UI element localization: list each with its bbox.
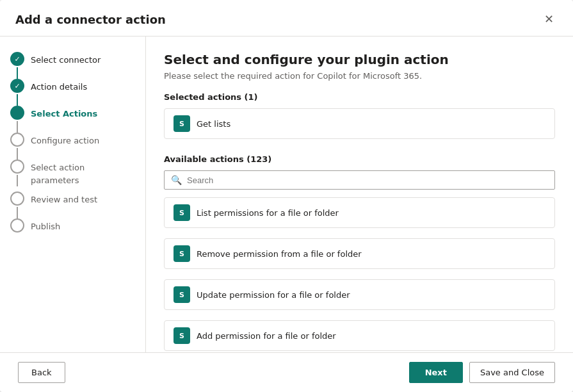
step-indicator-configure-action: [10, 133, 24, 159]
step-circle-review-and-test: [10, 192, 24, 206]
modal-body: ✓Select connector✓Action detailsSelect A…: [0, 37, 573, 352]
selected-actions-list: SGet lists: [164, 108, 555, 139]
selected-action-item[interactable]: SGet lists: [164, 108, 555, 139]
step-text-select-action-parameters: Select action parameters: [31, 161, 85, 185]
step-line-select-actions: [17, 121, 18, 133]
step-indicator-select-connector: ✓: [10, 52, 24, 79]
sidebar-step-select-action-parameters: Select action parameters: [0, 159, 145, 192]
checkmark-icon: ✓: [14, 55, 20, 63]
sidebar-step-select-actions[interactable]: Select Actions: [0, 106, 145, 133]
modal-title: Add a connector action: [15, 13, 166, 26]
back-button[interactable]: Back: [18, 362, 65, 383]
close-icon: ✕: [544, 12, 554, 26]
step-line-review-and-test: [17, 207, 18, 218]
step-text-configure-action: Configure action: [31, 135, 99, 145]
step-label-review-and-test: Review and test: [31, 192, 97, 218]
sidebar-step-publish: Publish: [0, 218, 145, 238]
action-name: Remove permission from a file or folder: [197, 249, 362, 259]
step-text-select-actions: Select Actions: [31, 108, 97, 118]
step-text-publish: Publish: [31, 220, 60, 231]
step-line-action-details: [17, 94, 18, 106]
sidebar-step-review-and-test: Review and test: [0, 192, 145, 218]
step-circle-select-action-parameters: [10, 159, 24, 174]
footer-right: Next Save and Close: [409, 362, 555, 383]
step-line-select-connector: [17, 67, 18, 79]
available-actions-list: SList permissions for a file or folderSR…: [164, 197, 555, 352]
action-name: List permissions for a file or folder: [197, 208, 339, 218]
step-indicator-action-details: ✓: [10, 79, 24, 106]
action-icon: S: [174, 204, 190, 221]
search-box: 🔍: [164, 170, 555, 190]
step-text-select-connector: Select connector: [31, 54, 101, 65]
sidebar-step-select-connector[interactable]: ✓Select connector: [0, 52, 145, 79]
step-label-select-action-parameters: Select action parameters: [31, 159, 135, 192]
action-icon: S: [174, 327, 190, 344]
step-indicator-publish: [10, 218, 24, 238]
close-button[interactable]: ✕: [540, 10, 558, 28]
step-indicator-review-and-test: [10, 192, 24, 218]
sidebar-step-configure-action: Configure action: [0, 133, 145, 159]
search-input[interactable]: [187, 176, 548, 185]
available-action-item[interactable]: SRemove permission from a file or folder: [164, 238, 555, 269]
search-icon: 🔍: [171, 175, 182, 185]
available-actions-label: Available actions (123): [164, 154, 555, 164]
action-name: Get lists: [197, 119, 230, 129]
step-text-action-details: Action details: [31, 81, 87, 92]
action-name: Add permission for a file or folder: [197, 331, 336, 341]
step-circle-action-details: ✓: [10, 79, 24, 93]
content-subtitle: Please select the required action for Co…: [164, 71, 555, 81]
main-content: Select and configure your plugin action …: [146, 37, 573, 352]
checkmark-icon: ✓: [14, 82, 20, 90]
modal-footer: Back Next Save and Close: [0, 352, 573, 392]
step-label-publish: Publish: [31, 218, 60, 238]
action-icon: S: [174, 245, 190, 262]
step-text-review-and-test: Review and test: [31, 193, 97, 204]
action-name: Update permission for a file or folder: [197, 290, 350, 300]
modal: Add a connector action ✕ ✓Select connect…: [0, 0, 573, 392]
available-action-item[interactable]: SList permissions for a file or folder: [164, 197, 555, 228]
step-indicator-select-actions: [10, 106, 24, 133]
sidebar-step-action-details[interactable]: ✓Action details: [0, 79, 145, 106]
sidebar: ✓Select connector✓Action detailsSelect A…: [0, 37, 146, 352]
step-label-action-details: Action details: [31, 79, 87, 106]
action-icon: S: [174, 115, 190, 132]
selected-actions-section: Selected actions (1) SGet lists: [164, 92, 555, 144]
selected-actions-label: Selected actions (1): [164, 92, 555, 102]
step-label-select-connector: Select connector: [31, 52, 101, 79]
modal-header: Add a connector action ✕: [0, 0, 573, 37]
step-circle-select-actions: [10, 106, 24, 120]
step-circle-configure-action: [10, 133, 24, 147]
available-action-item[interactable]: SUpdate permission for a file or folder: [164, 279, 555, 310]
save-close-button[interactable]: Save and Close: [469, 362, 555, 383]
step-label-configure-action: Configure action: [31, 133, 99, 159]
step-label-select-actions: Select Actions: [31, 106, 97, 133]
next-button[interactable]: Next: [409, 362, 463, 383]
available-actions-section: Available actions (123) 🔍 SList permissi…: [164, 154, 555, 352]
available-action-item[interactable]: SAdd permission for a file or folder: [164, 320, 555, 351]
content-title: Select and configure your plugin action: [164, 52, 555, 67]
step-line-configure-action: [17, 148, 18, 159]
step-indicator-select-action-parameters: [10, 159, 24, 192]
step-circle-publish: [10, 218, 24, 233]
step-line-select-action-parameters: [17, 175, 18, 186]
action-icon: S: [174, 286, 190, 303]
step-circle-select-connector: ✓: [10, 52, 24, 66]
